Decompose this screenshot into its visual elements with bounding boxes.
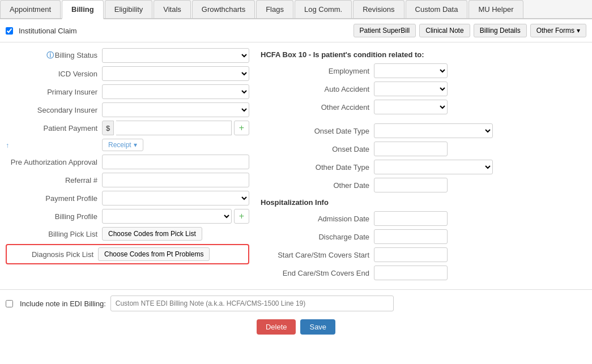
action-row: Delete Save	[6, 316, 586, 338]
employment-select[interactable]	[374, 63, 448, 78]
edi-input[interactable]	[110, 296, 394, 311]
billing-status-row: ⓘBilling Status	[6, 48, 249, 63]
billing-profile-input-group: +	[102, 209, 249, 224]
help-icon: ⓘ	[46, 51, 54, 59]
other-date-type-select[interactable]	[374, 160, 493, 174]
start-care-row: Start Care/Stm Covers Start	[261, 247, 586, 262]
pre-auth-input[interactable]	[102, 155, 249, 169]
main-content: ⓘBilling Status ICD Version Primary Insu…	[0, 42, 592, 289]
auto-accident-label: Auto Accident	[261, 85, 374, 93]
start-care-input[interactable]	[374, 247, 448, 262]
referral-input[interactable]	[102, 173, 249, 187]
other-date-row: Other Date	[261, 178, 586, 192]
edi-label: Include note in EDI Billing:	[20, 299, 106, 308]
delete-button[interactable]: Delete	[257, 319, 296, 335]
tab-revisions[interactable]: Revisions	[353, 0, 404, 18]
discharge-date-input[interactable]	[374, 229, 448, 244]
employment-row: Employment	[261, 63, 586, 78]
tab-muhelper[interactable]: MU Helper	[469, 0, 523, 18]
patient-payment-label: Patient Payment	[6, 124, 102, 132]
onset-date-row: Onset Date	[261, 142, 586, 156]
end-care-input[interactable]	[374, 265, 448, 280]
other-date-input[interactable]	[374, 178, 448, 192]
billing-pick-list-button[interactable]: Choose Codes from Pick List	[102, 227, 202, 241]
tab-logcomm[interactable]: Log Comm.	[295, 0, 352, 18]
billing-details-button[interactable]: Billing Details	[474, 24, 527, 37]
patient-superbill-button[interactable]: Patient SuperBill	[354, 24, 416, 37]
dollar-sign: $	[102, 121, 114, 135]
admission-date-input[interactable]	[374, 211, 448, 226]
add-billing-profile-button[interactable]: +	[234, 209, 249, 224]
icd-version-select[interactable]	[102, 66, 249, 81]
billing-profile-row: Billing Profile +	[6, 209, 249, 224]
tab-flags[interactable]: Flags	[256, 0, 293, 18]
patient-payment-row: Patient Payment $ +	[6, 121, 249, 135]
institutional-claim-checkbox[interactable]	[6, 27, 13, 35]
onset-date-label: Onset Date	[261, 145, 374, 153]
end-care-label: End Care/Stm Covers End	[261, 269, 374, 277]
toolbar-right: Patient SuperBill Clinical Note Billing …	[354, 24, 586, 37]
hcfa-section-title: HCFA Box 10 - Is patient's condition rel…	[261, 50, 586, 59]
referral-row: Referral #	[6, 173, 249, 187]
employment-label: Employment	[261, 67, 374, 75]
other-date-type-row: Other Date Type	[261, 160, 586, 174]
payment-profile-select[interactable]	[102, 191, 249, 205]
secondary-insurer-select[interactable]	[102, 102, 249, 117]
add-payment-button[interactable]: +	[234, 121, 249, 135]
onset-date-input[interactable]	[374, 142, 448, 156]
save-button[interactable]: Save	[300, 319, 335, 335]
primary-insurer-select[interactable]	[102, 84, 249, 99]
pre-auth-row: Pre Authorization Approval	[6, 155, 249, 169]
chevron-down-icon: ▾	[577, 27, 580, 35]
referral-label: Referral #	[6, 176, 102, 185]
other-forms-button[interactable]: Other Forms ▾	[530, 24, 586, 37]
receipt-label: Receipt	[108, 141, 131, 149]
tab-billing[interactable]: Billing	[62, 0, 104, 19]
other-forms-label: Other Forms	[536, 27, 574, 35]
secondary-insurer-row: Secondary Insurer	[6, 102, 249, 117]
other-accident-select[interactable]	[374, 100, 448, 114]
primary-insurer-label: Primary Insurer	[6, 88, 102, 96]
institutional-claim-label: Institutional Claim	[19, 27, 77, 35]
onset-date-type-label: Onset Date Type	[261, 127, 374, 135]
discharge-date-row: Discharge Date	[261, 229, 586, 244]
clinical-note-button[interactable]: Clinical Note	[419, 24, 470, 37]
start-care-label: Start Care/Stm Covers Start	[261, 251, 374, 259]
receipt-row: ↑ Receipt ▾	[6, 139, 249, 151]
admission-date-row: Admission Date	[261, 211, 586, 226]
other-accident-label: Other Accident	[261, 103, 374, 112]
other-accident-row: Other Accident	[261, 100, 586, 114]
tab-customdata[interactable]: Custom Data	[406, 0, 468, 18]
primary-insurer-row: Primary Insurer	[6, 84, 249, 99]
payment-profile-row: Payment Profile	[6, 191, 249, 205]
tab-bar: Appointment Billing Eligibility Vitals G…	[0, 0, 592, 19]
tab-growthcharts[interactable]: Growthcharts	[192, 0, 255, 18]
icd-version-row: ICD Version	[6, 66, 249, 81]
onset-date-type-select[interactable]	[374, 123, 493, 138]
billing-status-label: ⓘBilling Status	[6, 50, 102, 61]
toolbar: Institutional Claim Patient SuperBill Cl…	[0, 19, 592, 42]
diagnosis-pick-list-button[interactable]: Choose Codes from Pt Problems	[98, 247, 210, 261]
tab-appointment[interactable]: Appointment	[0, 0, 61, 18]
billing-profile-select[interactable]	[102, 209, 232, 224]
edi-checkbox[interactable]	[6, 300, 13, 307]
other-date-label: Other Date	[261, 181, 374, 190]
edi-row: Include note in EDI Billing:	[6, 296, 586, 311]
billing-pick-list-label: Billing Pick List	[6, 230, 102, 238]
tab-eligibility[interactable]: Eligibility	[105, 0, 153, 18]
billing-status-select[interactable]	[102, 48, 249, 63]
left-panel: ⓘBilling Status ICD Version Primary Insu…	[6, 48, 249, 284]
auto-accident-row: Auto Accident	[261, 82, 586, 96]
receipt-chevron-icon: ▾	[134, 141, 137, 149]
icd-version-label: ICD Version	[6, 70, 102, 78]
receipt-spacer: ↑	[6, 141, 102, 149]
diagnosis-pick-list-label: Diagnosis Pick List	[10, 250, 98, 259]
auto-accident-select[interactable]	[374, 82, 448, 96]
receipt-button[interactable]: Receipt ▾	[102, 139, 143, 151]
tab-vitals[interactable]: Vitals	[154, 0, 191, 18]
other-date-type-label: Other Date Type	[261, 163, 374, 172]
patient-payment-input[interactable]	[116, 121, 231, 135]
payment-input-group: $ +	[102, 121, 249, 135]
toolbar-left: Institutional Claim	[6, 27, 77, 35]
payment-profile-label: Payment Profile	[6, 194, 102, 203]
